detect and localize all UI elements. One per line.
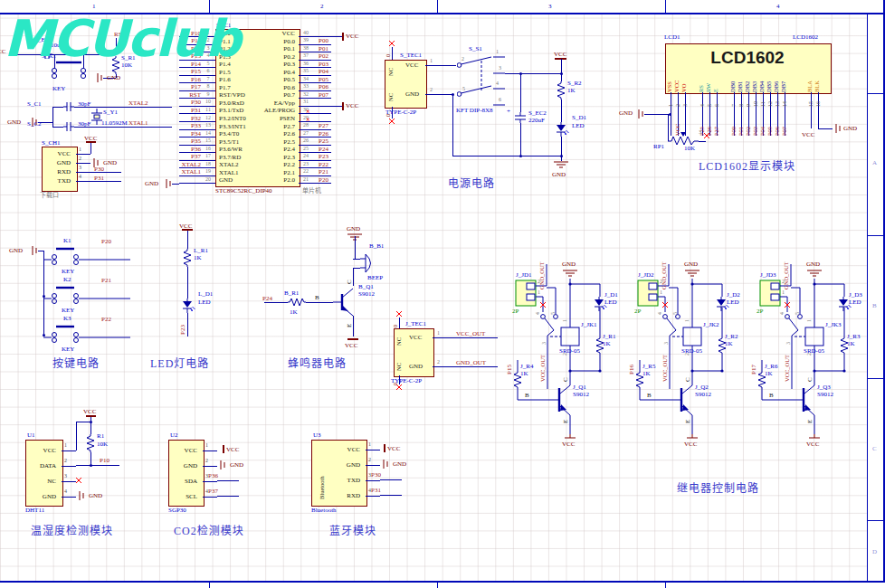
resistor-br1[interactable] bbox=[288, 298, 306, 307]
col-label-4: 4 bbox=[776, 3, 780, 10]
led-ref: J_D3 bbox=[849, 291, 862, 299]
resistor-r2[interactable] bbox=[557, 81, 566, 100]
led-ref: S_D1 bbox=[572, 114, 586, 121]
pin-name: TXD bbox=[42, 177, 71, 185]
relay-wiring[interactable] bbox=[627, 261, 749, 455]
pin-number: 34 bbox=[300, 76, 311, 82]
pin-number: 2 bbox=[462, 56, 464, 62]
led-value: LED bbox=[198, 299, 211, 306]
net-gnd: GND bbox=[7, 119, 21, 126]
pin-number: 1 bbox=[806, 315, 813, 322]
key-button[interactable] bbox=[43, 281, 134, 308]
pin-number: 3 bbox=[785, 337, 792, 345]
sgp-ref: U2 bbox=[170, 432, 178, 439]
lcd-pin: DB6 13 P06 bbox=[774, 56, 781, 139]
pin-name: SCL bbox=[168, 492, 197, 499]
key-button[interactable] bbox=[43, 242, 134, 270]
pin-name: BLA bbox=[807, 58, 814, 92]
pin-number: 5 bbox=[550, 308, 557, 315]
transistor-bq1[interactable] bbox=[333, 286, 360, 318]
pin-number: 19 bbox=[203, 168, 214, 175]
pin-name: RW bbox=[706, 58, 712, 92]
pin-e: E bbox=[684, 416, 691, 423]
pin-name: GND bbox=[25, 492, 56, 499]
capacitor-ec2[interactable] bbox=[513, 112, 528, 123]
gnd-icon bbox=[96, 72, 103, 83]
net-p31: P31 bbox=[371, 487, 381, 494]
pin-name: DB4 bbox=[759, 58, 766, 92]
pin-wire bbox=[203, 497, 217, 498]
pin-wire bbox=[62, 450, 76, 451]
pin-vcc: VCC bbox=[405, 62, 418, 69]
gnd-icon bbox=[834, 123, 842, 134]
net-label: P27 bbox=[319, 122, 328, 129]
c2-value: 30pF bbox=[78, 120, 90, 128]
net-vcc: VCC bbox=[346, 33, 358, 40]
relay-wiring[interactable] bbox=[505, 261, 627, 455]
pin-wire bbox=[366, 496, 380, 497]
net-label: P17 bbox=[750, 355, 757, 375]
dlport-ref: S_CH1 bbox=[42, 139, 61, 147]
pin-name: PSEN bbox=[280, 115, 295, 122]
pin-number: 2 bbox=[684, 348, 690, 356]
capacitor-c2[interactable] bbox=[63, 120, 74, 133]
net-gnd: GND bbox=[347, 225, 360, 232]
q-ref: J_Q2 bbox=[695, 384, 709, 391]
jtec-type: TYPE-C-2P bbox=[391, 377, 422, 384]
pin-number: 8 bbox=[738, 94, 744, 107]
c1-ref: S_C1 bbox=[27, 100, 42, 108]
pin-number: 13 bbox=[203, 122, 214, 128]
pin-number: 4 bbox=[657, 308, 663, 315]
pin-number: 4 bbox=[699, 94, 705, 107]
pin-number: 12 bbox=[203, 115, 214, 121]
gnd-icon bbox=[554, 161, 568, 169]
pin-number: 1 bbox=[79, 147, 81, 152]
pin-number: 3 bbox=[499, 65, 501, 71]
conn-ref: J_JD1 bbox=[516, 271, 532, 279]
lcd-part: LCD1602 bbox=[793, 33, 818, 41]
relay-wiring[interactable] bbox=[749, 261, 871, 455]
pin-wire bbox=[366, 450, 380, 450]
res-value: 1K bbox=[520, 370, 528, 377]
lcd-ref: LCD1 bbox=[664, 33, 680, 41]
switch-ref: S_S1 bbox=[469, 45, 482, 52]
lcd-pin: DB4 11 P04 bbox=[759, 56, 766, 139]
capacitor-c1[interactable] bbox=[63, 100, 74, 113]
net-label: P00 bbox=[731, 109, 738, 136]
row-label-d: D bbox=[872, 548, 877, 555]
noerc-x-icon bbox=[396, 311, 402, 317]
key-button[interactable] bbox=[43, 320, 134, 347]
pin-number: 3 bbox=[682, 94, 688, 107]
resistor-r1[interactable] bbox=[86, 434, 95, 452]
pin-b: B bbox=[769, 392, 774, 399]
dht-part: DHT11 bbox=[25, 507, 44, 514]
led-icon[interactable] bbox=[554, 122, 570, 137]
pin-name: DB7 bbox=[781, 58, 787, 92]
net-label: P20 bbox=[319, 176, 328, 184]
pin-number: 22 bbox=[300, 168, 311, 175]
pin-name: P2.3 bbox=[283, 154, 295, 161]
net-vcc-out: VCC_OUT bbox=[539, 347, 546, 382]
buzzer[interactable] bbox=[360, 252, 376, 274]
lcd-pin: DB3 10 P03 bbox=[752, 56, 759, 139]
pin-name: P2.0 bbox=[283, 176, 295, 184]
pin-c: C bbox=[806, 375, 814, 382]
res-value: 1K bbox=[847, 340, 855, 347]
lcd-pins-ctrl: RS 4 P25 RW 5 P26 E 6 P27 bbox=[699, 56, 720, 139]
pin-wire bbox=[62, 466, 76, 467]
pin-number: 4 bbox=[779, 308, 785, 315]
key-label: KEY bbox=[52, 85, 65, 92]
pin-c: C bbox=[346, 277, 353, 284]
net-label: P03 bbox=[753, 109, 759, 136]
led-ref: J_D1 bbox=[604, 291, 618, 299]
net-label: P16 bbox=[628, 355, 635, 375]
led-icon[interactable] bbox=[180, 299, 196, 313]
pin-number: 14 bbox=[203, 130, 214, 137]
plus-mark: + bbox=[507, 108, 510, 115]
pin-name: BLK bbox=[814, 58, 821, 92]
pin-number: 1 bbox=[430, 58, 433, 64]
resistor-lr1[interactable] bbox=[183, 249, 192, 267]
pin-wire bbox=[203, 466, 217, 467]
pin-number: 37 bbox=[300, 52, 311, 59]
gnd-icon bbox=[219, 460, 226, 470]
